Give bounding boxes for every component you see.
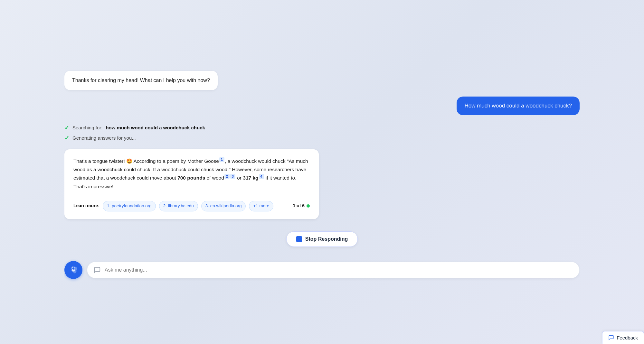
stop-btn-container: Stop Responding <box>64 231 580 247</box>
searching-label: Searching for: <box>72 125 102 130</box>
assistant-message-1-text: Thanks for clearing my head! What can I … <box>72 78 210 83</box>
answer-text-after-1: of wood <box>205 175 224 181</box>
copilot-button[interactable] <box>64 261 82 279</box>
stop-responding-button[interactable]: Stop Responding <box>286 231 358 247</box>
searching-term: how much wood could a woodchuck chuck <box>106 125 205 130</box>
answer-bold-1: 700 pounds <box>177 175 205 181</box>
learn-more-link-1[interactable]: 1. poetryfoundation.org <box>103 201 156 211</box>
learn-more-link-3[interactable]: 3. en.wikipedia.org <box>201 201 246 211</box>
check-icon-1: ✓ <box>64 124 69 131</box>
answer-bold-2: 317 kg <box>243 175 258 181</box>
citation-3: 3 <box>230 174 235 179</box>
chat-bubble-icon <box>94 266 101 274</box>
learn-more-label: Learn more: <box>73 202 99 210</box>
feedback-button[interactable]: Feedback <box>602 331 644 344</box>
citation-1: 1 <box>219 157 224 162</box>
search-input[interactable] <box>105 267 573 273</box>
page-indicator-text: 1 of 6 <box>293 202 305 210</box>
search-input-wrapper[interactable] <box>87 262 580 278</box>
feedback-label: Feedback <box>617 335 638 340</box>
input-area <box>64 261 580 279</box>
stop-icon <box>296 236 302 242</box>
copilot-icon <box>69 265 78 274</box>
answer-text-before: That's a tongue twister! 🤩 According to … <box>73 158 219 164</box>
green-dot <box>307 204 310 208</box>
svg-rect-1 <box>72 270 75 271</box>
user-message-1: How much wood could a woodchuck chuck? <box>457 97 580 115</box>
citation-4: 4 <box>259 174 264 179</box>
answer-card: That's a tongue twister! 🤩 According to … <box>64 149 319 219</box>
generating-status-line: ✓ Generating answers for you... <box>64 135 580 142</box>
svg-rect-2 <box>72 271 75 272</box>
generating-label: Generating answers for you... <box>72 135 136 141</box>
learn-more-link-2[interactable]: 2. library.bc.edu <box>159 201 198 211</box>
answer-text: That's a tongue twister! 🤩 According to … <box>73 157 310 191</box>
messages-area: Thanks for clearing my head! What can I … <box>64 13 580 334</box>
assistant-message-1: Thanks for clearing my head! What can I … <box>64 71 218 90</box>
status-area: ✓ Searching for: how much wood could a w… <box>64 124 580 142</box>
chat-container: Thanks for clearing my head! What can I … <box>0 0 644 344</box>
check-icon-2: ✓ <box>64 135 69 142</box>
stop-btn-label: Stop Responding <box>305 236 348 242</box>
user-message-1-text: How much wood could a woodchuck chuck? <box>464 103 572 109</box>
feedback-icon <box>608 335 614 340</box>
learn-more-more[interactable]: +1 more <box>249 201 273 211</box>
page-indicator: 1 of 6 <box>293 202 310 210</box>
search-status-line: ✓ Searching for: how much wood could a w… <box>64 124 580 131</box>
learn-more-section: Learn more: 1. poetryfoundation.org 2. l… <box>73 196 310 211</box>
answer-text-after-2: or <box>236 175 242 181</box>
citation-2: 2 <box>224 174 230 179</box>
